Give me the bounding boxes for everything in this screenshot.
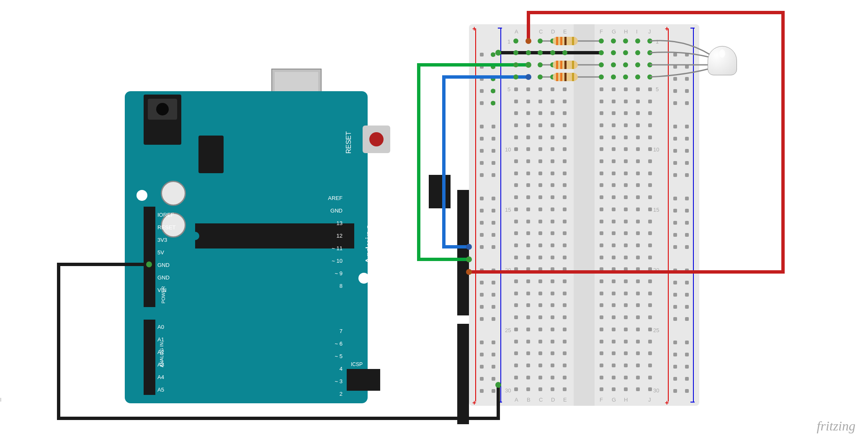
pin-gnd-r: GND xyxy=(330,207,343,214)
pin-6: ~ 6 xyxy=(335,341,343,347)
pin-5v: 5V xyxy=(157,249,164,256)
pin-ioref: IOREF xyxy=(157,212,174,218)
pin-rx0: RX0 ◀ 0 xyxy=(322,416,343,422)
pin-4: 4 xyxy=(340,366,343,372)
pin-10: ~ 10 xyxy=(332,258,343,264)
analog-header xyxy=(144,320,155,395)
uno-badge: UNO xyxy=(414,328,456,395)
circuit-diagram: RESET ICSP2 ICSP 1 L RX ON IOREF RESET 3… xyxy=(0,0,868,438)
mounting-hole xyxy=(394,394,405,405)
digital-header-top xyxy=(457,190,469,315)
pin-aref: AREF xyxy=(328,195,343,201)
power-header xyxy=(144,207,155,307)
pin-3v3: 3V3 xyxy=(157,237,167,243)
arduino-brand: Arduino xyxy=(363,223,375,264)
pin-8: 8 xyxy=(340,283,343,289)
pin-2: 2 xyxy=(340,391,343,397)
pin-tx0: TX0 ▶ 1 xyxy=(322,403,343,410)
pin-7: 7 xyxy=(340,328,343,334)
led-L xyxy=(391,201,402,207)
power-rail-positive-right xyxy=(668,28,669,402)
breadboard-trench xyxy=(574,24,595,406)
pin-a0: A0 xyxy=(157,324,164,330)
pin-5: ~ 5 xyxy=(335,353,343,359)
capacitor xyxy=(161,181,186,206)
arduino-uno-board: RESET ICSP2 ICSP 1 L RX ON IOREF RESET 3… xyxy=(125,69,368,403)
pin-12: 12 xyxy=(337,233,343,239)
mounting-hole xyxy=(358,273,369,284)
led-on xyxy=(396,375,402,386)
mounting-hole xyxy=(137,190,147,201)
mounting-hole xyxy=(394,101,405,112)
pin-11: ~ 11 xyxy=(332,245,343,251)
pin-9: ~ 9 xyxy=(335,270,343,277)
pin-reset: RESET xyxy=(157,224,175,231)
pin-a5: A5 xyxy=(157,387,164,393)
pin-3: ~ 3 xyxy=(335,378,343,384)
resistor-330-r3 xyxy=(553,73,578,81)
power-rail-negative-right xyxy=(693,28,694,402)
pin-gnd-2: GND xyxy=(157,274,170,281)
atmega-chip xyxy=(195,223,354,248)
arduino-logo-icon: ∞ xyxy=(414,290,437,305)
resistor-330-r2 xyxy=(553,61,578,69)
icsp2-header xyxy=(429,175,451,208)
fritzing-watermark: fritzing xyxy=(817,418,855,434)
reset-label: RESET xyxy=(345,131,353,154)
pin-a4: A4 xyxy=(157,374,164,380)
digital-header-bot xyxy=(457,324,469,424)
resistor-330-r1 xyxy=(553,37,578,45)
icsp-header xyxy=(347,369,380,391)
voltage-regulator xyxy=(198,136,224,173)
pin-gnd-1: GND xyxy=(157,262,170,268)
pin-13: 13 xyxy=(337,220,343,226)
pin-a1: A1 xyxy=(157,336,164,343)
power-rail-positive-left xyxy=(475,28,476,402)
power-rail-negative-left xyxy=(500,28,501,402)
